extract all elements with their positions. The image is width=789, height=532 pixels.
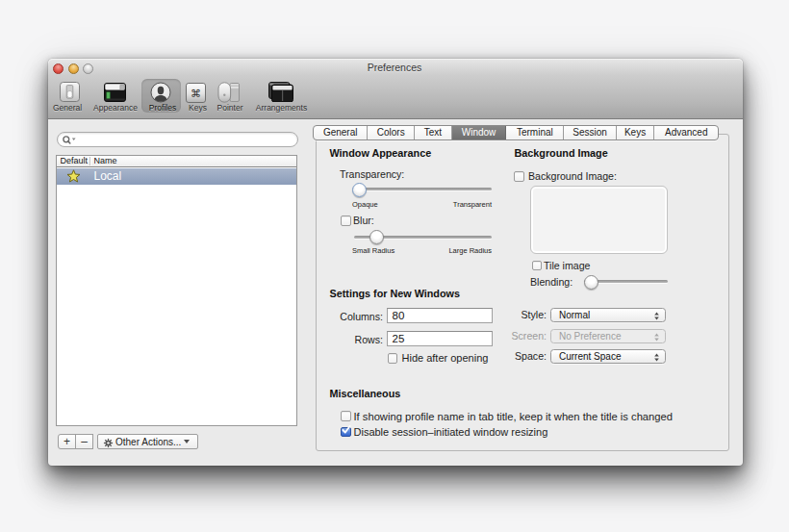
svg-text:⌘: ⌘ [191,87,201,98]
